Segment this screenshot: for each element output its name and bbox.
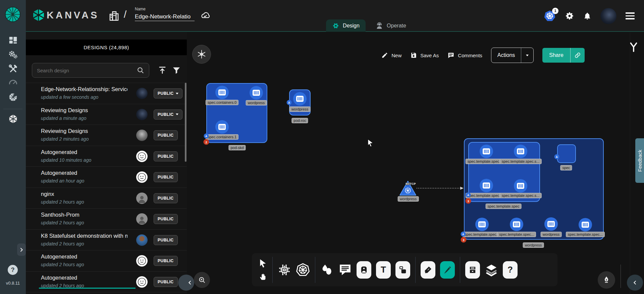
visibility-badge[interactable]: PUBLIC	[154, 214, 178, 224]
chevron-left-icon	[187, 280, 193, 285]
sidebar-item-extensions[interactable]	[0, 92, 26, 102]
shapes-tool[interactable]	[320, 263, 334, 277]
node-label: wordpress	[246, 100, 267, 105]
meshery-logo-icon[interactable]	[5, 6, 21, 22]
search-input[interactable]	[32, 63, 149, 78]
gauge-icon	[8, 77, 18, 87]
list-scrollbar[interactable]	[185, 83, 186, 162]
kubernetes-tool[interactable]	[296, 263, 310, 277]
expand-right-panel-button[interactable]	[627, 275, 643, 291]
comment-tool[interactable]	[338, 263, 352, 277]
container-node[interactable]	[514, 179, 527, 193]
pod-icon-badge[interactable]	[466, 193, 471, 198]
new-button[interactable]: New	[381, 52, 401, 59]
container-node[interactable]	[250, 86, 263, 99]
bell-icon	[583, 12, 591, 20]
deployment-icon-badge[interactable]	[461, 232, 466, 237]
design-list-item[interactable]: Autogenerated updated an hour ago PUBLIC	[26, 167, 187, 188]
container-node[interactable]	[579, 218, 592, 231]
pen-tool[interactable]	[421, 261, 435, 279]
container-node[interactable]	[510, 218, 523, 231]
note-tool[interactable]	[395, 261, 410, 279]
sketch-tool[interactable]	[440, 261, 455, 279]
sidebar-item-configuration[interactable]	[0, 64, 26, 74]
layers-tool[interactable]	[485, 263, 498, 277]
spec-node[interactable]	[557, 144, 576, 163]
visibility-badge[interactable]: PUBLIC	[154, 88, 182, 98]
design-list-item[interactable]: Santhosh-Prom updated 2 hours ago PUBLIC	[26, 209, 187, 230]
pen-mode-button[interactable]	[598, 271, 615, 289]
pod-icon-badge[interactable]	[204, 134, 209, 139]
zoom-button[interactable]	[194, 272, 210, 288]
pan-tool[interactable]	[259, 272, 267, 281]
container-node[interactable]	[475, 218, 489, 231]
image-tool[interactable]	[357, 261, 371, 279]
container-node[interactable]	[480, 179, 493, 192]
text-tool[interactable]: T	[376, 261, 391, 279]
error-count-badge[interactable]: 3	[466, 198, 471, 204]
actions-label: Actions	[491, 48, 521, 63]
design-name-input[interactable]	[135, 13, 195, 21]
collapse-panel-button[interactable]	[178, 275, 194, 291]
visibility-badge[interactable]: PUBLIC	[154, 109, 182, 120]
sidebar-item-performance[interactable]	[0, 77, 26, 87]
tab-operate[interactable]: Operate	[369, 19, 413, 32]
visibility-badge[interactable]: PUBLIC	[154, 172, 178, 182]
visibility-badge[interactable]: PUBLIC	[154, 130, 178, 140]
rail-expand-button[interactable]	[17, 243, 26, 256]
container-node[interactable]	[293, 92, 307, 105]
sidebar-item-kanvas[interactable]	[0, 114, 26, 124]
pod-icon-badge[interactable]	[554, 154, 559, 159]
design-list-item[interactable]: Edge-Network-Relationship: Service updat…	[26, 83, 187, 104]
comments-button[interactable]: Comments	[447, 52, 482, 59]
design-list-item[interactable]: Autogenerated updated 2 hours ago PUBLIC	[26, 272, 187, 293]
snowflake-button[interactable]	[192, 45, 211, 64]
container-node[interactable]	[514, 145, 527, 158]
container-node[interactable]	[480, 145, 493, 158]
design-list-item[interactable]: Autogenerated updated 2 hours ago PUBLIC	[26, 250, 187, 272]
share-button[interactable]: Share	[542, 48, 585, 63]
error-count-badge[interactable]: 2	[204, 139, 209, 145]
drawer-tool[interactable]	[465, 261, 480, 279]
visibility-badge[interactable]: PUBLIC	[154, 235, 178, 245]
notifications-button[interactable]	[583, 12, 591, 20]
visibility-badge[interactable]: PUBLIC	[154, 151, 178, 161]
design-list-item[interactable]: nginx updated 2 hours ago PUBLIC	[26, 188, 187, 209]
visibility-badge[interactable]: PUBLIC	[154, 277, 178, 287]
design-canvas[interactable]: New Save As Comments Actions	[187, 32, 644, 294]
merge-y-button[interactable]	[629, 42, 639, 53]
filter-button[interactable]	[171, 65, 181, 75]
bottom-divider	[621, 265, 621, 288]
user-avatar[interactable]	[600, 8, 616, 24]
pod-icon-badge[interactable]	[287, 100, 292, 105]
organization-icon[interactable]	[108, 9, 120, 22]
container-node[interactable]	[215, 86, 229, 99]
help-button[interactable]: ?	[8, 265, 18, 275]
import-design-button[interactable]	[157, 65, 167, 75]
kubernetes-context-button[interactable]: 1	[543, 10, 556, 22]
visibility-badge[interactable]: PUBLIC	[154, 256, 178, 266]
menu-button[interactable]	[626, 12, 635, 19]
visibility-badge[interactable]: PUBLIC	[154, 193, 178, 203]
settings-button[interactable]	[565, 11, 574, 20]
actions-caret-button[interactable]	[521, 48, 533, 63]
design-list-item[interactable]: Reviewing Designs updated 2 minutes ago …	[26, 125, 187, 146]
error-count-badge[interactable]: 3	[461, 237, 467, 243]
search-icon	[137, 66, 145, 75]
design-list-item[interactable]: K8 Statefulset demonstration with mo upd…	[26, 230, 187, 251]
design-list-item[interactable]: Reviewing Designs updated a minute ago P…	[26, 104, 187, 125]
help-tool[interactable]: ?	[503, 261, 518, 279]
tab-design[interactable]: Design	[326, 19, 366, 32]
container-node[interactable]	[215, 120, 229, 134]
component-tool[interactable]	[278, 263, 291, 277]
actions-button[interactable]: Actions	[491, 48, 534, 63]
sidebar-item-lifecycle[interactable]	[0, 50, 26, 60]
kanvas-logo-icon[interactable]	[32, 8, 45, 22]
select-tool[interactable]	[259, 259, 267, 268]
sidebar-item-dashboard[interactable]	[0, 35, 26, 45]
copy-link-button[interactable]	[571, 48, 585, 63]
save-as-button[interactable]: Save As	[410, 52, 439, 59]
feedback-tab[interactable]: Feedback	[635, 138, 644, 183]
container-node[interactable]	[544, 217, 558, 231]
design-list-item[interactable]: Autogenerated updated 10 minutes ago PUB…	[26, 146, 187, 167]
